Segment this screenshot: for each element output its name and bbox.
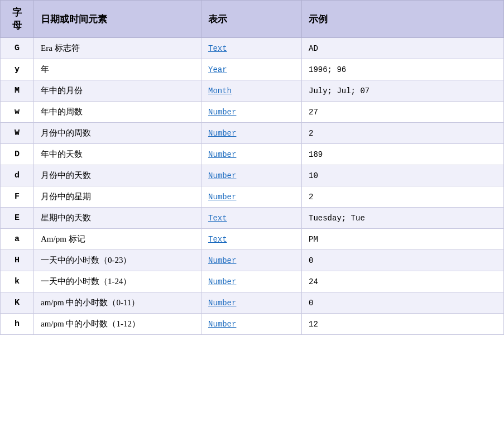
cell-element: am/pm 中的小时数（1-12） xyxy=(34,314,201,335)
date-format-table: 字 母 日期或时间元素 表示 示例 GEra 标志符TextADy年Year19… xyxy=(0,0,504,335)
table-row: H一天中的小时数（0-23）Number0 xyxy=(1,250,504,271)
cell-representation[interactable]: Month xyxy=(201,80,302,102)
table-row: ham/pm 中的小时数（1-12）Number12 xyxy=(1,314,504,335)
cell-example: 27 xyxy=(302,102,504,123)
cell-letter: F xyxy=(1,186,34,208)
cell-example: 2 xyxy=(302,186,504,208)
table-row: F月份中的星期Number2 xyxy=(1,186,504,208)
cell-letter: d xyxy=(1,165,34,186)
table-row: y年Year1996; 96 xyxy=(1,59,504,80)
cell-letter: a xyxy=(1,229,34,250)
cell-example: 2 xyxy=(302,123,504,144)
cell-example: 24 xyxy=(302,271,504,292)
cell-letter: k xyxy=(1,271,34,292)
cell-example: 0 xyxy=(302,292,504,314)
table-row: w年中的周数Number27 xyxy=(1,102,504,123)
cell-element: 一天中的小时数（0-23） xyxy=(34,250,201,271)
table-row: W月份中的周数Number2 xyxy=(1,123,504,144)
cell-element: 月份中的天数 xyxy=(34,165,201,186)
cell-representation[interactable]: Text xyxy=(201,229,302,250)
cell-example: PM xyxy=(302,229,504,250)
header-element: 日期或时间元素 xyxy=(34,1,201,38)
table-row: k一天中的小时数（1-24）Number24 xyxy=(1,271,504,292)
cell-representation[interactable]: Number xyxy=(201,250,302,271)
main-container: 字 母 日期或时间元素 表示 示例 GEra 标志符TextADy年Year19… xyxy=(0,0,504,437)
cell-letter: G xyxy=(1,38,34,59)
cell-representation[interactable]: Number xyxy=(201,144,302,165)
cell-element: am/pm 中的小时数（0-11） xyxy=(34,292,201,314)
cell-letter: w xyxy=(1,102,34,123)
header-letter: 字 母 xyxy=(1,1,34,38)
cell-example: 10 xyxy=(302,165,504,186)
cell-letter: W xyxy=(1,123,34,144)
cell-representation[interactable]: Number xyxy=(201,186,302,208)
cell-example: 1996; 96 xyxy=(302,59,504,80)
cell-element: Am/pm 标记 xyxy=(34,229,201,250)
cell-element: 月份中的星期 xyxy=(34,186,201,208)
cell-representation[interactable]: Number xyxy=(201,123,302,144)
cell-representation[interactable]: Number xyxy=(201,314,302,335)
cell-example: AD xyxy=(302,38,504,59)
cell-example: 0 xyxy=(302,250,504,271)
cell-letter: E xyxy=(1,208,34,229)
table-row: aAm/pm 标记TextPM xyxy=(1,229,504,250)
header-representation: 表示 xyxy=(201,1,302,38)
cell-example: 189 xyxy=(302,144,504,165)
cell-representation[interactable]: Number xyxy=(201,102,302,123)
cell-letter: H xyxy=(1,250,34,271)
cell-example: July; Jul; 07 xyxy=(302,80,504,102)
cell-element: Era 标志符 xyxy=(34,38,201,59)
cell-letter: h xyxy=(1,314,34,335)
cell-representation[interactable]: Number xyxy=(201,165,302,186)
cell-element: 年中的周数 xyxy=(34,102,201,123)
cell-representation[interactable]: Number xyxy=(201,292,302,314)
cell-example: 12 xyxy=(302,314,504,335)
cell-element: 星期中的天数 xyxy=(34,208,201,229)
table-row: M年中的月份MonthJuly; Jul; 07 xyxy=(1,80,504,102)
cell-letter: K xyxy=(1,292,34,314)
cell-letter: M xyxy=(1,80,34,102)
table-row: E星期中的天数TextTuesday; Tue xyxy=(1,208,504,229)
table-header-row: 字 母 日期或时间元素 表示 示例 xyxy=(1,1,504,38)
cell-element: 一天中的小时数（1-24） xyxy=(34,271,201,292)
cell-representation[interactable]: Text xyxy=(201,38,302,59)
table-row: Kam/pm 中的小时数（0-11）Number0 xyxy=(1,292,504,314)
cell-element: 年中的天数 xyxy=(34,144,201,165)
table-row: d月份中的天数Number10 xyxy=(1,165,504,186)
cell-example: Tuesday; Tue xyxy=(302,208,504,229)
cell-representation[interactable]: Year xyxy=(201,59,302,80)
cell-letter: y xyxy=(1,59,34,80)
table-row: D年中的天数Number189 xyxy=(1,144,504,165)
cell-letter: D xyxy=(1,144,34,165)
table-row: GEra 标志符TextAD xyxy=(1,38,504,59)
cell-representation[interactable]: Text xyxy=(201,208,302,229)
cell-element: 年中的月份 xyxy=(34,80,201,102)
header-example: 示例 xyxy=(302,1,504,38)
cell-representation[interactable]: Number xyxy=(201,271,302,292)
cell-element: 月份中的周数 xyxy=(34,123,201,144)
cell-element: 年 xyxy=(34,59,201,80)
